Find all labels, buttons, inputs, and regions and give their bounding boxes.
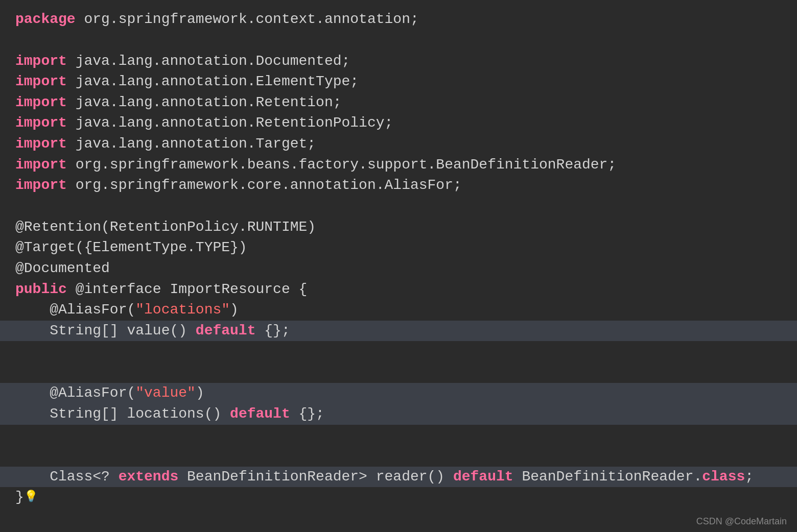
line-import-1: import java.lang.annotation.Documented; [0, 51, 797, 72]
blank-1 [0, 30, 797, 51]
line-retention: @Retention(RetentionPolicy.RUNTIME) [0, 217, 797, 238]
line-public: public @interface ImportResource { [0, 279, 797, 300]
blank-6 [0, 446, 797, 467]
line-import-6: import org.springframework.beans.factory… [0, 155, 797, 176]
line-import-2: import java.lang.annotation.ElementType; [0, 71, 797, 92]
footer-credit: CSDN @CodeMartain [686, 511, 797, 532]
lightbulb-icon[interactable]: 💡 [24, 489, 38, 505]
line-import-4: import java.lang.annotation.RetentionPol… [0, 113, 797, 134]
line-string-value: String[] value() default {}; [0, 321, 797, 342]
line-import-7: import org.springframework.core.annotati… [0, 175, 797, 196]
blank-3 [0, 341, 797, 362]
line-aliasfor-value: @AliasFor("value") [0, 383, 797, 404]
line-import-5: import java.lang.annotation.Target; [0, 134, 797, 155]
line-string-locations: String[] locations() default {}; [0, 404, 797, 425]
code-editor: package org.springframework.context.anno… [0, 0, 797, 532]
credit-text: CSDN @CodeMartain [696, 516, 787, 526]
code-content: package org.springframework.context.anno… [0, 9, 797, 508]
blank-2 [0, 196, 797, 217]
blank-5 [0, 425, 797, 446]
line-class-reader: Class<? extends BeanDefinitionReader> re… [0, 467, 797, 488]
line-package: package org.springframework.context.anno… [0, 9, 797, 30]
line-documented: @Documented [0, 258, 797, 279]
line-closing-brace: }💡 [0, 487, 797, 508]
line-import-3: import java.lang.annotation.Retention; [0, 92, 797, 113]
blank-4 [0, 362, 797, 383]
line-target: @Target({ElementType.TYPE}) [0, 237, 797, 258]
line-aliasfor-locations: @AliasFor("locations") [0, 300, 797, 321]
